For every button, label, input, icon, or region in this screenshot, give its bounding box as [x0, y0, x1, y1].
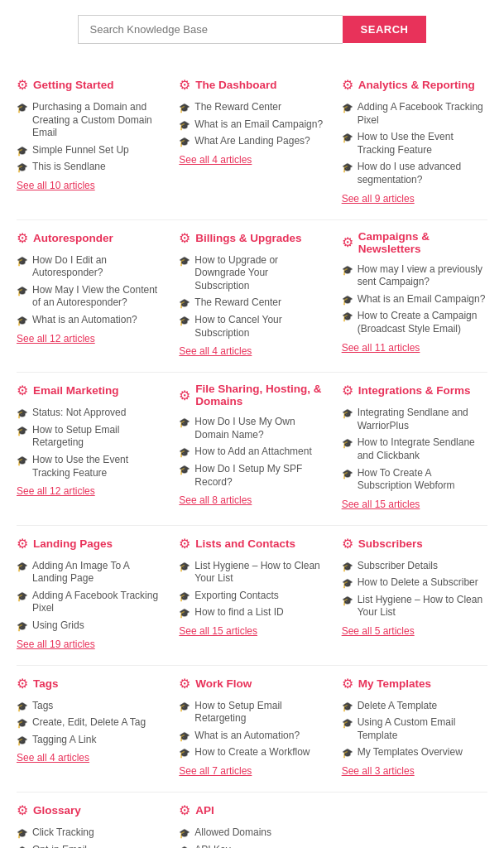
article-link[interactable]: How To Create A Subscription Webform	[358, 467, 487, 493]
article-link[interactable]: How Do I Setup My SPF Record?	[194, 463, 324, 489]
article-link[interactable]: Adding A Facebook Tracking Pixel	[358, 101, 487, 127]
category-title-text[interactable]: Campaigns & Newsletters	[358, 230, 487, 255]
search-button[interactable]: SEARCH	[343, 16, 427, 43]
category-title-text[interactable]: File Sharing, Hosting, & Domains	[195, 383, 324, 407]
article-link[interactable]: How to Add an Attachment	[194, 446, 311, 459]
article-link[interactable]: Tagging A Link	[32, 734, 96, 747]
article-link[interactable]: My Templates Overview	[358, 746, 463, 759]
article-link[interactable]: How Do I Edit an Autoresponder?	[32, 254, 162, 280]
list-item: 🎓What Are Landing Pages?	[179, 135, 324, 148]
see-all-link[interactable]: See all 12 articles	[17, 485, 162, 497]
category-title-text[interactable]: Email Marketing	[33, 384, 119, 397]
article-link[interactable]: Tags	[32, 700, 53, 713]
gear-icon: ⚙	[17, 676, 28, 691]
category-title-text[interactable]: Tags	[33, 677, 59, 690]
article-icon: 🎓	[17, 315, 28, 326]
see-all-link[interactable]: See all 10 articles	[17, 180, 162, 191]
article-link[interactable]: Adding An Image To A Landing Page	[32, 560, 162, 585]
article-link[interactable]: How may I view a previously sent Campaig…	[358, 263, 487, 289]
article-icon: 🎓	[179, 102, 190, 113]
article-link[interactable]: Subscriber Details	[358, 560, 438, 573]
article-link[interactable]: Allowed Domains	[194, 826, 271, 840]
article-link[interactable]: Purchasing a Domain and Creating a Custo…	[32, 101, 162, 140]
article-link[interactable]: What is an Automation?	[32, 314, 137, 327]
category-title-text[interactable]: My Templates	[358, 677, 431, 690]
article-link[interactable]: List Hygiene – How to Clean Your List	[358, 594, 487, 619]
see-all-link[interactable]: See all 4 articles	[179, 154, 324, 166]
see-all-link[interactable]: See all 8 articles	[179, 494, 324, 506]
category-title-text[interactable]: API	[195, 804, 214, 817]
article-link[interactable]: Opt-in Email	[32, 844, 87, 848]
article-icon: 🎓	[342, 747, 353, 759]
category-title-text[interactable]: Integrations & Forms	[358, 384, 471, 397]
see-all-link[interactable]: See all 15 articles	[342, 499, 487, 510]
article-link[interactable]: How Do I Use My Own Domain Name?	[194, 416, 324, 441]
article-link[interactable]: How to Integrate Sendlane and Clickbank	[358, 436, 487, 462]
article-link[interactable]: The Reward Center	[194, 101, 281, 114]
category-title-text[interactable]: Glossary	[33, 804, 81, 817]
article-link[interactable]: Using A Custom Email Template	[358, 716, 487, 742]
article-link[interactable]: How to Create a Workflow	[194, 746, 310, 759]
article-link[interactable]: What is an Automation?	[194, 730, 300, 743]
article-icon: 🎓	[179, 747, 190, 759]
article-link[interactable]: How to find a List ID	[194, 606, 283, 619]
category-title-text[interactable]: Subscribers	[358, 537, 423, 550]
category-title-text[interactable]: Analytics & Reporting	[358, 79, 475, 91]
category-title-text[interactable]: Getting Started	[33, 79, 114, 91]
category-title-text[interactable]: Lists and Contacts	[195, 537, 295, 550]
article-link[interactable]: List Hygiene – How to Clean Your List	[194, 560, 324, 585]
article-link[interactable]: What Are Landing Pages?	[194, 135, 310, 148]
list-item: 🎓How to Use the Event Tracking Feature	[17, 454, 162, 479]
article-link[interactable]: How to Cancel Your Subscription	[194, 314, 324, 340]
list-item: 🎓Allowed Domains	[179, 826, 324, 840]
article-icon: 🎓	[17, 145, 28, 157]
article-link[interactable]: This is Sendlane	[32, 161, 106, 174]
article-link[interactable]: Using Grids	[32, 619, 84, 633]
article-icon: 🎓	[342, 161, 353, 173]
see-all-link[interactable]: See all 12 articles	[17, 333, 162, 344]
article-link[interactable]: Status: Not Approved	[32, 407, 126, 420]
article-icon: 🎓	[179, 297, 190, 309]
category-title-text[interactable]: The Dashboard	[195, 79, 276, 91]
article-link[interactable]: How to Use the Event Tracking Feature	[32, 454, 162, 479]
search-input[interactable]	[78, 15, 343, 44]
see-all-link[interactable]: See all 4 articles	[179, 345, 324, 357]
category-autoresponder: ⚙Autoresponder🎓How Do I Edit an Autoresp…	[8, 220, 170, 373]
article-link[interactable]: Create, Edit, Delete A Tag	[32, 716, 146, 730]
article-link[interactable]: API Key	[194, 844, 230, 848]
category-title-text[interactable]: Work Flow	[195, 677, 252, 690]
article-link[interactable]: Delete A Template	[358, 700, 438, 713]
article-link[interactable]: Integrating Sendlane and WarriorPlus	[358, 407, 487, 432]
article-icon: 🎓	[342, 294, 353, 306]
see-all-link[interactable]: See all 19 articles	[17, 638, 162, 650]
category-title-text[interactable]: Landing Pages	[33, 537, 113, 550]
article-link[interactable]: How May I View the Content of an Autores…	[32, 284, 162, 310]
category-title-text[interactable]: Autoresponder	[33, 232, 113, 244]
article-link[interactable]: Click Tracking	[32, 826, 94, 840]
category-title-text[interactable]: Billings & Upgrades	[195, 232, 301, 244]
article-link[interactable]: How to Setup Email Retargeting	[32, 424, 162, 450]
category-email-marketing: ⚙Email Marketing🎓Status: Not Approved🎓Ho…	[8, 373, 170, 525]
see-all-link[interactable]: See all 7 articles	[179, 765, 324, 777]
article-link[interactable]: The Reward Center	[194, 296, 281, 310]
article-link[interactable]: What is an Email Campaign?	[358, 293, 486, 306]
article-link[interactable]: What is an Email Campaign?	[194, 118, 323, 132]
see-all-link[interactable]: See all 11 articles	[342, 342, 487, 354]
see-all-link[interactable]: See all 9 articles	[342, 193, 487, 205]
see-all-link[interactable]: See all 5 articles	[342, 625, 487, 637]
article-icon: 🎓	[17, 102, 28, 113]
category-getting-started: ⚙Getting Started🎓Purchasing a Domain and…	[8, 67, 170, 219]
article-link[interactable]: Adding A Facebook Tracking Pixel	[32, 590, 162, 615]
see-all-link[interactable]: See all 4 articles	[17, 752, 162, 764]
article-link[interactable]: How to Delete a Subscriber	[358, 576, 478, 590]
article-link[interactable]: Simple Funnel Set Up	[32, 144, 129, 157]
article-link[interactable]: Exporting Contacts	[194, 590, 278, 603]
gear-icon: ⚙	[342, 383, 353, 398]
article-link[interactable]: How do I use advanced segmentation?	[358, 161, 487, 186]
see-all-link[interactable]: See all 15 articles	[179, 625, 324, 637]
see-all-link[interactable]: See all 3 articles	[342, 765, 487, 777]
article-link[interactable]: How to Upgrade or Downgrade Your Subscri…	[194, 254, 324, 293]
article-link[interactable]: How to Setup Email Retargeting	[194, 700, 324, 725]
article-link[interactable]: How to Use the Event Tracking Feature	[358, 131, 487, 157]
article-link[interactable]: How to Create a Campaign (Broadcast Styl…	[358, 310, 487, 335]
